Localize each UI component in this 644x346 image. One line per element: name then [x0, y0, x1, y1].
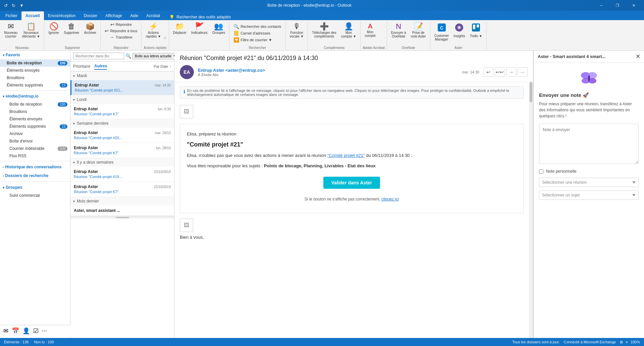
- tasks-nav-icon[interactable]: ☑: [33, 327, 39, 335]
- sidebar-item-account-deleted[interactable]: Éléments supprimés 13: [0, 123, 70, 130]
- favoris-header[interactable]: ▾ Favoris: [0, 51, 70, 59]
- undo-button[interactable]: ↺: [3, 2, 9, 9]
- sidebar-item-account-sent[interactable]: Éléments envoyés: [0, 115, 70, 123]
- email-item-5[interactable]: Entrup Aster 21/10/2019 Réunion "Comité …: [70, 182, 174, 197]
- telecharger-complements-button[interactable]: ➕ Télécharger descompléments: [310, 21, 338, 40]
- account-header[interactable]: ▾ elodie@entrup.io: [0, 92, 70, 101]
- archive-button[interactable]: 📦 Archiver: [82, 21, 98, 36]
- delete-button[interactable]: 🗑 Supprimer: [62, 21, 81, 36]
- tab-dossier[interactable]: Dossier: [79, 11, 101, 20]
- minimize-button[interactable]: ─: [594, 0, 609, 11]
- folder-search-input[interactable]: [73, 53, 124, 59]
- mon-compte-button[interactable]: 👤 Moncompte ▼: [339, 21, 358, 40]
- restore-button[interactable]: ❐: [610, 0, 625, 11]
- redo-button[interactable]: ↻: [10, 2, 17, 9]
- sidebar-item-archive[interactable]: Archive: [0, 130, 70, 137]
- forward-button[interactable]: → Transférer: [103, 34, 139, 40]
- sidebar-item-suivi-commercial[interactable]: Suivi commercial: [0, 192, 70, 199]
- tab-fichier[interactable]: Fichier: [1, 11, 21, 20]
- sidebar-item-inbox[interactable]: Boîte de réception 100: [0, 59, 70, 67]
- actions-rapides-button[interactable]: ⚡ Actionsrapides ▼: [144, 21, 163, 40]
- calendar-nav-icon[interactable]: 📅: [12, 327, 19, 335]
- cliquez-ici-link[interactable]: cliquez ici: [381, 197, 399, 201]
- aster-note-textarea[interactable]: [539, 124, 639, 164]
- new-mail-icon: ✉: [8, 23, 14, 30]
- aster-sujet-select[interactable]: Sélectionner un sujet: [539, 190, 639, 200]
- sidebar-item-account-inbox[interactable]: Boîte de réception 100: [0, 101, 70, 108]
- folder-filter-select[interactable]: Boîte aux lettres actuelle: [132, 53, 178, 59]
- more-nav-icon[interactable]: ···: [42, 327, 47, 335]
- email-date-1: lun. 9:30: [158, 107, 171, 111]
- insights-button[interactable]: Insights: [451, 21, 467, 39]
- new-mail-button[interactable]: ✉ Nouveaucourrier: [2, 21, 19, 40]
- fonction-vocale-button[interactable]: 🎙 Fonctionvocale ▼: [288, 21, 306, 40]
- group-header-mois-dernier[interactable]: ▾ Mois dernier: [70, 197, 174, 206]
- folder-list: 🔍 Boîte aux lettres actuelle Prioritaire…: [70, 51, 174, 338]
- email-comite-link[interactable]: "Comité projet #21": [327, 153, 365, 158]
- personal-note-checkbox[interactable]: [539, 169, 543, 174]
- tab-prioritaire[interactable]: Prioritaire: [73, 63, 90, 69]
- adobe-acrobat-button[interactable]: A Moncompte: [363, 21, 378, 39]
- carnet-adresses-button[interactable]: 📒 Carnet d'adresses: [231, 30, 272, 36]
- view-mode-icon-1[interactable]: ⊞: [620, 340, 623, 344]
- group-label-supprimer: Supprimer: [46, 45, 98, 50]
- sidebar-item-junk[interactable]: Courrier indésirable [15]: [0, 145, 70, 152]
- mail-nav-icon[interactable]: ✉: [3, 327, 8, 335]
- reply-all-email-btn[interactable]: ↩↩: [495, 67, 505, 77]
- group-header-lundi[interactable]: ▾ Lundi: [70, 95, 174, 104]
- new-items-button[interactable]: 📋 Nouveauxéléments ▼: [20, 21, 42, 40]
- email-scrollbar[interactable]: [529, 82, 533, 338]
- trello-button[interactable]: Trello ▼: [468, 21, 484, 39]
- forward-email-btn[interactable]: →: [506, 67, 516, 77]
- groupes-button[interactable]: 👥 Groupes: [210, 21, 227, 36]
- folder-sort[interactable]: Par Date ↑: [154, 64, 171, 68]
- tab-accueil[interactable]: Accueil: [21, 11, 44, 20]
- tab-acrobat[interactable]: Acrobat: [142, 11, 164, 20]
- email-item-2[interactable]: Entrup Aster mar. 29/10 Réunion "Comité …: [70, 128, 174, 143]
- groups-header[interactable]: ▾ Groupes: [0, 183, 70, 192]
- filtre-courrier-button[interactable]: 🔽 Filtre de courrier ▼: [231, 37, 274, 43]
- sidebar-item-account-drafts[interactable]: Brouillons: [0, 108, 70, 115]
- group-header-deux-semaines[interactable]: ▾ Il y a deux semaines: [70, 158, 174, 167]
- tab-aide[interactable]: Aide: [126, 11, 142, 20]
- email-item-1[interactable]: Entrup Aster lun. 9:30 Réunion "Comité p…: [70, 104, 174, 119]
- reply-all-button[interactable]: ↩ Répondre à tous: [103, 28, 139, 34]
- sidebar-item-drafts-fav[interactable]: Brouillons: [0, 74, 70, 81]
- personal-note-label[interactable]: Note personnelle: [546, 169, 577, 174]
- deplacer-button[interactable]: 📁 Déplacer: [171, 21, 189, 36]
- ignore-button[interactable]: 🚫 Ignorer: [46, 21, 61, 36]
- email-content-subject: "Comité projet #21": [187, 141, 517, 148]
- close-button[interactable]: ✕: [626, 0, 641, 11]
- people-nav-icon[interactable]: 👤: [22, 327, 30, 335]
- aster-reunion-select[interactable]: Sélectionner une réunion: [539, 178, 639, 187]
- more-email-btn[interactable]: ···: [518, 67, 528, 77]
- tab-affichage[interactable]: Affichage: [101, 11, 126, 20]
- email-item-4[interactable]: Entrup Aster 22/10/2019 Réunion "Comité …: [70, 167, 174, 182]
- group-header-mardi[interactable]: ▾ Mardi: [70, 71, 174, 80]
- history-header[interactable]: › Historique des conversations: [0, 163, 70, 171]
- email-item-6[interactable]: Aster, smart assistant ...: [70, 206, 174, 216]
- search-folders-header[interactable]: › Dossiers de recherche: [0, 171, 70, 180]
- search-contacts-button[interactable]: 🔍 Rechercher des contacts: [231, 23, 283, 30]
- envoyer-onenote-button[interactable]: N Envoyer àOneNote: [389, 21, 408, 40]
- group-label-adobe: Adobe Acrobat: [363, 45, 385, 50]
- email-item-0[interactable]: Entrup Aster mar. 14:30 Réunion "Comité …: [70, 80, 174, 95]
- sidebar-item-outbox[interactable]: Boîte d'envoi: [0, 137, 70, 145]
- quick-access-dropdown[interactable]: ▼: [18, 2, 25, 9]
- validate-aster-button[interactable]: Valider dans Aster: [323, 177, 380, 189]
- indicateurs-button[interactable]: 🚩 Indicateurs: [189, 21, 210, 36]
- email-scroll-thumb[interactable]: [530, 82, 532, 102]
- prise-note-aster-button[interactable]: 📝 Prise denote Aster: [409, 21, 428, 40]
- reply-button[interactable]: ↩ Répondre: [103, 21, 139, 27]
- sidebar-item-sent-fav[interactable]: Éléments envoyés: [0, 67, 70, 74]
- aster-close-button[interactable]: ✕: [636, 53, 640, 60]
- sidebar-item-deleted-fav[interactable]: Éléments supprimés 13: [0, 81, 70, 89]
- email-item-3[interactable]: Entrup Aster lun. 28/10 Réunion "Comité …: [70, 143, 174, 158]
- group-header-semaine-derniere[interactable]: ▾ Semaine dernière: [70, 119, 174, 128]
- tab-autres[interactable]: Autres: [94, 63, 107, 70]
- tab-envoi-reception[interactable]: Envoi/réception: [44, 11, 80, 20]
- view-mode-icon-2[interactable]: ≡: [626, 340, 628, 344]
- reply-email-btn[interactable]: ↩: [483, 67, 493, 77]
- sidebar-item-rss[interactable]: Flux RSS: [0, 152, 70, 160]
- customer-manager-button[interactable]: C CustomerManager: [432, 21, 451, 43]
